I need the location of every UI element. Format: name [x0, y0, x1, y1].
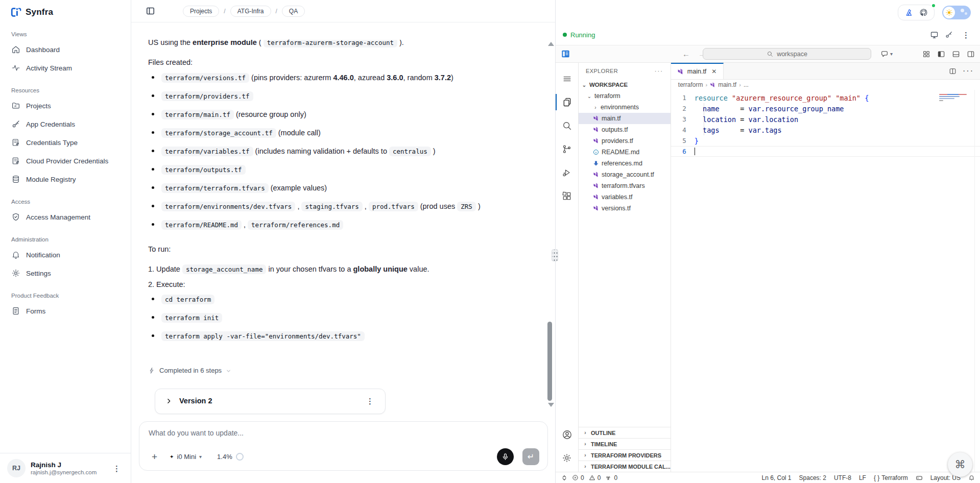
user-menu-kebab-icon[interactable]: ⋮: [110, 464, 124, 473]
tab-close-icon[interactable]: ✕: [710, 67, 718, 76]
editor-scrollbar[interactable]: [974, 90, 980, 472]
toggle-panel-icon[interactable]: [952, 50, 960, 58]
section-terraform-module-calls[interactable]: ›TERRAFORM MODULE CAL...: [579, 461, 671, 472]
language-indicator[interactable]: { } Terraform: [874, 474, 908, 481]
code-editor[interactable]: 1resource "azurerm_resource_group" "main…: [671, 90, 980, 472]
section-terraform-providers[interactable]: ›TERRAFORM PROVIDERS: [579, 449, 671, 461]
theme-toggle[interactable]: [942, 6, 971, 19]
tree-file-providers-tf[interactable]: providers.tf: [579, 135, 671, 147]
send-button[interactable]: ↵: [522, 448, 539, 465]
completed-steps-label: Completed in 6 steps: [159, 366, 222, 375]
window-menu-kebab-icon[interactable]: ⋮: [959, 30, 973, 40]
attach-plus-button[interactable]: +: [149, 451, 160, 463]
tree-folder-environments[interactable]: › environments: [579, 102, 671, 113]
text-cursor: [695, 148, 696, 155]
to-run-heading: To run:: [148, 245, 524, 255]
sidebar-item-projects[interactable]: Projects: [6, 96, 125, 115]
chat-input[interactable]: [149, 429, 539, 437]
sidebar-item-settings[interactable]: Settings: [6, 264, 125, 282]
account-icon[interactable]: [556, 423, 578, 446]
bell-icon: [11, 250, 20, 259]
tree-file-outputs-tf[interactable]: outputs.tf: [579, 124, 671, 135]
remote-indicator-icon[interactable]: [561, 474, 568, 481]
search-activity-icon[interactable]: [556, 114, 578, 137]
eol-indicator[interactable]: LF: [859, 474, 866, 481]
copilot-chat-button[interactable]: ▾: [880, 50, 893, 58]
chevron-right-icon: ›: [706, 82, 708, 88]
version-menu-kebab-icon[interactable]: ⋮: [363, 396, 377, 406]
chevron-right-icon[interactable]: [165, 398, 172, 404]
sidebar-item-notification[interactable]: Notification: [6, 246, 125, 264]
monitor-icon[interactable]: [930, 31, 939, 39]
command-fab-button[interactable]: ⌘: [948, 452, 972, 477]
scroll-down-arrow[interactable]: [548, 403, 554, 407]
tree-file-versions-tf[interactable]: versions.tf: [579, 203, 671, 214]
extensions-activity-icon[interactable]: [556, 184, 578, 208]
sidebar-item-forms[interactable]: Forms: [6, 302, 125, 320]
tab-main-tf[interactable]: main.tf ✕: [671, 63, 724, 79]
file-tree: ⌄ WORKSPACE ⌄ terraform › environments: [579, 79, 671, 214]
split-editor-icon[interactable]: [949, 67, 957, 75]
tree-file-storage-account-tf[interactable]: storage_account.tf: [579, 169, 671, 180]
section-timeline[interactable]: ›TIMELINE: [579, 438, 671, 449]
sidebar-item-app-credentials[interactable]: App Credentials: [6, 115, 125, 133]
feedback-icon[interactable]: [916, 474, 923, 481]
editor-breadcrumb[interactable]: terraform › main.tf › ...: [671, 80, 980, 90]
sidebar-item-dashboard[interactable]: Dashboard: [6, 40, 125, 59]
tree-file-references-md[interactable]: references.md: [579, 158, 671, 169]
sidebar-item-module-registry[interactable]: Module Registry: [6, 170, 125, 188]
tree-file-terraform-tfvars[interactable]: terraform.tfvars: [579, 180, 671, 191]
version-card[interactable]: Version 2 ⋮: [155, 389, 386, 414]
workspace-search-box[interactable]: workspace: [703, 48, 871, 60]
key-icon[interactable]: [945, 31, 953, 39]
breadcrumb-qa[interactable]: QA: [282, 6, 305, 17]
tree-file-main-tf[interactable]: main.tf: [579, 113, 671, 124]
user-name: Rajnish J: [31, 461, 105, 470]
menu-hamburger-icon[interactable]: [556, 67, 578, 90]
nav-back-icon[interactable]: ←: [682, 50, 690, 58]
ports-indicator[interactable]: 0: [605, 474, 617, 481]
tree-file-readme-md[interactable]: README.md: [579, 147, 671, 158]
vscode-workspace-icon[interactable]: [561, 49, 570, 59]
nav-group-product-feedback: Product Feedback: [11, 293, 119, 299]
sidebar-item-cloud-provider-credentials[interactable]: Cloud Provider Credentials: [6, 152, 125, 170]
sidebar-item-label: Notification: [26, 251, 60, 259]
key-icon: [11, 119, 20, 129]
step-1: 1. Update storage_account_name in your c…: [148, 264, 524, 275]
completed-steps-toggle[interactable]: Completed in 6 steps: [148, 366, 524, 375]
toggle-sidebar-icon[interactable]: [937, 50, 945, 58]
indentation-indicator[interactable]: Spaces: 2: [799, 474, 826, 481]
section-outline[interactable]: ›OUTLINE: [579, 427, 671, 438]
panel-resize-grip[interactable]: [552, 249, 558, 261]
toggle-secondary-sidebar-icon[interactable]: [967, 50, 975, 58]
sidebar-item-activity-stream[interactable]: Activity Stream: [6, 59, 125, 77]
customize-layout-icon[interactable]: [922, 50, 930, 58]
tree-file-variables-tf[interactable]: variables.tf: [579, 191, 671, 203]
breadcrumb-atg-infra[interactable]: ATG-Infra: [230, 6, 271, 17]
minimap[interactable]: [939, 94, 969, 102]
tree-root-workspace[interactable]: ⌄ WORKSPACE: [579, 79, 671, 90]
tree-folder-terraform[interactable]: ⌄ terraform: [579, 90, 671, 102]
source-control-activity-icon[interactable]: [556, 137, 578, 161]
sidebar-item-access-management[interactable]: Access Management: [6, 208, 125, 226]
line-col-indicator[interactable]: Ln 6, Col 1: [761, 474, 791, 481]
bell-icon[interactable]: [968, 474, 975, 481]
editor-more-icon[interactable]: ···: [963, 66, 974, 76]
step-2: 2. Execute:: [148, 280, 524, 290]
run-debug-activity-icon[interactable]: [556, 161, 578, 184]
mic-button[interactable]: [497, 448, 514, 465]
explorer-more-icon[interactable]: ···: [655, 68, 663, 74]
scroll-up-arrow[interactable]: [548, 42, 554, 46]
user-card[interactable]: RJ Rajnish J rajnish.j@synergech.com ⋮: [0, 453, 131, 483]
sidebar-toggle-icon[interactable]: [146, 6, 155, 16]
settings-gear-icon[interactable]: [556, 446, 578, 470]
chat-scrollbar-thumb[interactable]: [547, 322, 552, 401]
breadcrumb-projects[interactable]: Projects: [183, 6, 219, 17]
explorer-panel: EXPLORER ··· ⌄ WORKSPACE ⌄ terraform: [579, 63, 671, 472]
encoding-indicator[interactable]: UTF-8: [834, 474, 851, 481]
problems-indicator[interactable]: 0 0: [572, 474, 601, 481]
integrations-pill[interactable]: [898, 5, 935, 20]
explorer-activity-icon[interactable]: [556, 90, 578, 114]
model-selector[interactable]: ✦ i0 Mini ▾: [165, 451, 206, 463]
sidebar-item-credentials-type[interactable]: Credentials Type: [6, 133, 125, 152]
